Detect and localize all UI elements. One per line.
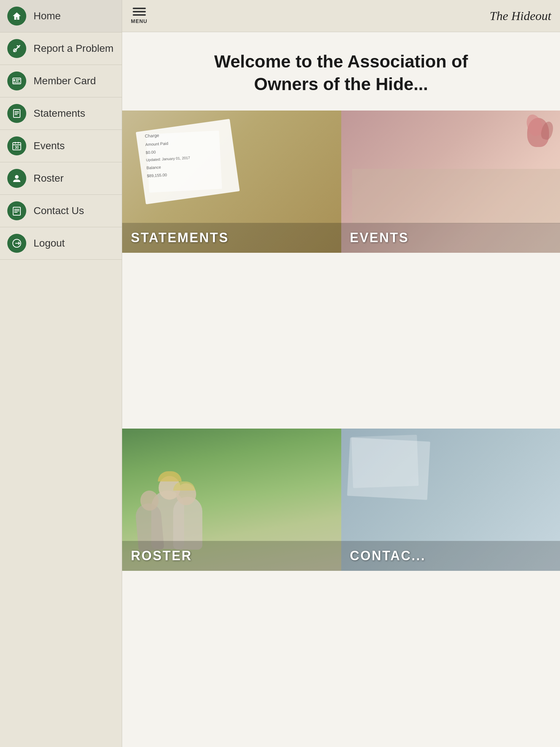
svg-rect-18 (15, 142, 16, 144)
tile-statements-label: STATEMENTS (131, 230, 229, 245)
tile-roster-label: ROSTER (131, 548, 192, 563)
welcome-line1: Welcome to the Association of (214, 52, 468, 71)
svg-rect-24 (14, 210, 19, 211)
svg-rect-8 (16, 82, 17, 83)
svg-rect-23 (14, 209, 19, 210)
topbar: MENU The Hideout (122, 0, 560, 32)
svg-rect-9 (17, 82, 18, 83)
tile-statements-overlay: STATEMENTS (122, 223, 341, 253)
svg-rect-15 (15, 114, 18, 115)
sidebar-contact-label: Contact Us (34, 205, 84, 217)
svg-rect-4 (16, 81, 19, 81)
tile-contact[interactable]: CONTAC... (341, 429, 560, 571)
tile-roster-overlay: ROSTER (122, 541, 341, 571)
report-icon (7, 39, 26, 58)
svg-rect-10 (18, 82, 19, 83)
svg-point-21 (15, 175, 19, 179)
menu-line-2 (133, 11, 146, 12)
tile-events-overlay: EVENTS (341, 223, 560, 253)
svg-rect-25 (14, 212, 18, 213)
menu-label: MENU (131, 18, 147, 24)
svg-rect-7 (15, 82, 16, 83)
member-card-icon (7, 71, 26, 90)
main-content: MENU The Hideout Welcome to the Associat… (122, 0, 560, 747)
sidebar-item-contact[interactable]: Contact Us (0, 195, 122, 227)
sidebar-home-label: Home (34, 10, 61, 22)
svg-rect-2 (13, 79, 15, 81)
menu-button[interactable]: MENU (131, 8, 147, 24)
svg-text:30: 30 (15, 146, 19, 150)
svg-rect-5 (13, 82, 14, 83)
home-icon (7, 7, 26, 26)
welcome-line2: Owners of the Hide... (254, 74, 428, 94)
menu-line-3 (133, 14, 146, 16)
svg-rect-19 (18, 142, 19, 144)
sidebar-roster-label: Roster (34, 173, 63, 184)
sidebar-events-label: Events (34, 140, 65, 152)
sidebar-item-report[interactable]: Report a Problem (0, 32, 122, 65)
statements-icon (7, 104, 26, 123)
sidebar-item-logout[interactable]: Logout (0, 227, 122, 260)
sidebar-member-card-label: Member Card (34, 75, 96, 87)
svg-rect-11 (19, 82, 20, 83)
events-icon: 30 (7, 136, 26, 155)
app-title: The Hideout (490, 9, 551, 23)
tiles-grid: Charge Amount Paid $0.00 Updated: Januar… (122, 111, 560, 747)
tile-events-label: EVENTS (350, 230, 409, 245)
sidebar: Home Report a Problem (0, 0, 122, 747)
menu-line-1 (133, 8, 146, 9)
svg-rect-17 (13, 144, 21, 145)
contact-icon (7, 201, 26, 220)
logout-icon (7, 234, 26, 253)
sidebar-logout-label: Logout (34, 237, 65, 249)
sidebar-item-home[interactable]: Home (0, 0, 122, 32)
svg-rect-3 (16, 79, 20, 80)
tile-events[interactable]: EVENTS (341, 111, 560, 253)
svg-rect-13 (15, 111, 19, 112)
sidebar-item-member-card[interactable]: Member Card (0, 65, 122, 97)
sidebar-item-statements[interactable]: Statements (0, 97, 122, 130)
sidebar-item-roster[interactable]: Roster (0, 162, 122, 195)
welcome-text: Welcome to the Association of Owners of … (137, 50, 545, 96)
roster-icon (7, 169, 26, 188)
svg-rect-14 (15, 113, 19, 113)
tile-roster[interactable]: ROSTER (122, 429, 341, 571)
tile-statements[interactable]: Charge Amount Paid $0.00 Updated: Januar… (122, 111, 341, 253)
welcome-section: Welcome to the Association of Owners of … (122, 32, 560, 111)
sidebar-report-label: Report a Problem (34, 43, 113, 54)
sidebar-item-events[interactable]: 30 Events (0, 130, 122, 162)
tile-contact-overlay: CONTAC... (341, 541, 560, 571)
tile-contact-label: CONTAC... (350, 548, 426, 563)
sidebar-statements-label: Statements (34, 108, 85, 119)
svg-rect-6 (15, 82, 15, 83)
